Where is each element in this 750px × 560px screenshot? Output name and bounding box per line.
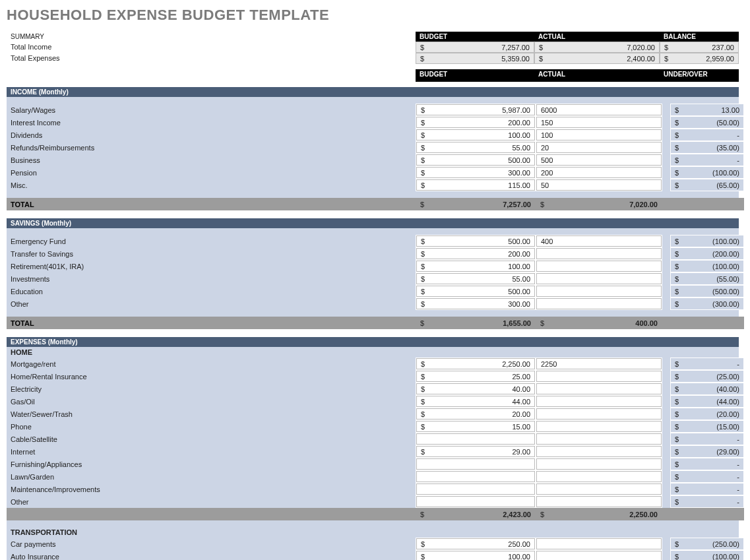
budget-cell[interactable]	[416, 483, 535, 495]
uo-cell: $-	[671, 358, 743, 369]
row-label: Cable/Satellite	[7, 433, 416, 445]
summary-col-balance: BALANCE	[660, 32, 739, 42]
budget-cell[interactable]: $100.00	[416, 261, 535, 272]
actual-cell[interactable]	[536, 383, 662, 394]
actual-cell[interactable]: 200	[536, 167, 662, 178]
actual-cell[interactable]: 500	[536, 154, 662, 166]
col-uo: UNDER/OVER	[660, 69, 739, 82]
actual-cell[interactable]	[536, 421, 662, 432]
actual-cell[interactable]	[536, 396, 662, 407]
budget-cell[interactable]	[416, 433, 535, 445]
budget-cell[interactable]: $100.00	[416, 551, 535, 560]
budget-cell[interactable]	[416, 458, 535, 470]
budget-cell[interactable]: $115.00	[416, 179, 535, 191]
row-label: Interest Income	[7, 116, 416, 129]
page-title: HOUSEHOLD EXPENSE BUDGET TEMPLATE	[7, 7, 743, 24]
actual-cell[interactable]: 6000	[536, 104, 662, 115]
actual-cell[interactable]	[536, 551, 662, 560]
actual-cell[interactable]: 100	[536, 129, 662, 140]
actual-cell[interactable]: 400	[536, 235, 662, 247]
budget-cell[interactable]: $300.00	[416, 298, 535, 309]
uo-cell: $-	[671, 458, 743, 470]
uo-cell: $(300.00)	[671, 298, 743, 309]
actual-cell[interactable]	[536, 273, 662, 284]
row-label: Home/Rental Insurance	[7, 370, 416, 383]
uo-cell: $(200.00)	[671, 248, 743, 259]
income-total-label: TOTAL	[7, 198, 416, 210]
budget-cell[interactable]	[416, 471, 535, 482]
budget-cell[interactable]: $55.00	[416, 273, 535, 284]
actual-cell[interactable]: 50	[536, 179, 662, 191]
savings-section-bar: SAVINGS (Monthly)	[7, 218, 739, 228]
actual-cell[interactable]	[536, 483, 662, 495]
budget-cell[interactable]	[416, 496, 535, 507]
budget-cell[interactable]: $500.00	[416, 235, 535, 247]
actual-cell[interactable]	[536, 298, 662, 309]
expenses-section-bar: EXPENSES (Monthly)	[7, 337, 739, 347]
actual-cell[interactable]	[536, 458, 662, 470]
data-row: Investments$55.00$(55.00)	[7, 272, 744, 285]
budget-cell[interactable]: $29.00	[416, 446, 535, 457]
summary-actual-cell: $7,020.00	[534, 42, 660, 53]
data-row: Furnishing/Appliances$-	[7, 458, 744, 470]
actual-cell[interactable]	[536, 433, 662, 445]
actual-cell[interactable]	[536, 471, 662, 482]
budget-cell[interactable]: $200.00	[416, 117, 535, 128]
budget-cell[interactable]: $55.00	[416, 142, 535, 153]
data-row: Car payments$250.00$(250.00)	[7, 538, 744, 550]
budget-cell[interactable]: $300.00	[416, 167, 535, 178]
budget-cell[interactable]: $20.00	[416, 408, 535, 420]
row-label: Lawn/Garden	[7, 470, 416, 483]
actual-cell[interactable]	[536, 371, 662, 382]
summary-balance-cell: $237.00	[660, 42, 739, 53]
savings-total-label: TOTAL	[7, 317, 416, 329]
row-label: Emergency Fund	[7, 235, 416, 247]
budget-cell[interactable]: $500.00	[416, 286, 535, 297]
actual-cell[interactable]	[536, 261, 662, 272]
row-label: Water/Sewer/Trash	[7, 408, 416, 420]
uo-cell: $(100.00)	[671, 167, 743, 178]
income-section-bar: INCOME (Monthly)	[7, 87, 739, 97]
budget-cell[interactable]: $44.00	[416, 396, 535, 407]
actual-cell[interactable]: 2250	[536, 358, 662, 369]
budget-cell[interactable]: $2,250.00	[416, 358, 535, 369]
budget-cell[interactable]: $100.00	[416, 129, 535, 140]
row-label: Business	[7, 154, 416, 166]
actual-cell[interactable]	[536, 408, 662, 420]
uo-cell: $(15.00)	[671, 421, 743, 432]
row-label: Internet	[7, 445, 416, 458]
budget-cell[interactable]: $500.00	[416, 154, 535, 166]
row-label: Furnishing/Appliances	[7, 458, 416, 470]
uo-cell: $-	[671, 433, 743, 445]
data-row: Refunds/Reimbursements$55.0020$(35.00)	[7, 141, 744, 154]
data-row: Transfer to Savings$200.00$(200.00)	[7, 247, 744, 260]
actual-cell[interactable]: 20	[536, 142, 662, 153]
budget-cell[interactable]: $200.00	[416, 248, 535, 259]
summary-budget-cell: $5,359.00	[416, 53, 534, 64]
actual-cell[interactable]: 150	[536, 117, 662, 128]
actual-cell[interactable]	[536, 248, 662, 259]
data-row: Misc.$115.0050$(65.00)	[7, 179, 744, 191]
data-row: Lawn/Garden$-	[7, 470, 744, 483]
budget-cell[interactable]: $250.00	[416, 538, 535, 549]
data-row: Other$-	[7, 495, 744, 508]
actual-cell[interactable]	[536, 446, 662, 457]
uo-cell: $(500.00)	[671, 286, 743, 297]
actual-cell[interactable]	[536, 286, 662, 297]
actual-cell[interactable]	[536, 538, 662, 549]
budget-cell[interactable]: $25.00	[416, 371, 535, 382]
row-label: Refunds/Reimbursements	[7, 141, 416, 154]
budget-cell[interactable]: $5,987.00	[416, 104, 535, 115]
row-label: Car payments	[7, 538, 416, 550]
data-row: Water/Sewer/Trash$20.00$(20.00)	[7, 408, 744, 420]
actual-cell[interactable]	[536, 496, 662, 507]
budget-cell[interactable]: $40.00	[416, 383, 535, 394]
data-row: Cable/Satellite$-	[7, 433, 744, 445]
row-label: Dividends	[7, 129, 416, 141]
uo-cell: $(250.00)	[671, 538, 743, 549]
row-label: Maintenance/Improvements	[7, 483, 416, 495]
col-budget: BUDGET	[416, 69, 534, 82]
home-subtotal-budget: 2,423.00	[503, 511, 531, 518]
row-label: Retirement(401K, IRA)	[7, 260, 416, 272]
budget-cell[interactable]: $15.00	[416, 421, 535, 432]
